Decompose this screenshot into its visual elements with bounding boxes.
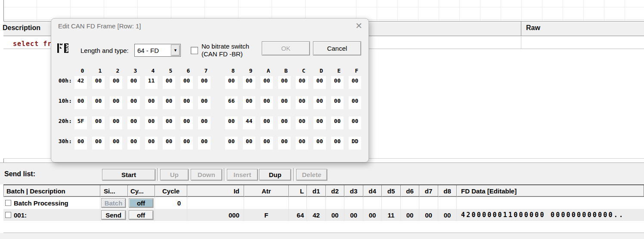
hex-byte-field[interactable]: 00 — [243, 76, 255, 89]
hex-byte-field[interactable]: 00 — [110, 116, 122, 129]
frame-d3-cell[interactable]: 00 — [344, 209, 363, 221]
hex-byte-field[interactable]: 00 — [145, 96, 158, 109]
hex-byte-field[interactable]: 00 — [127, 116, 140, 129]
hex-byte-field[interactable]: 11 — [145, 76, 158, 89]
frame-id-cell[interactable]: 000 — [187, 209, 244, 221]
down-button[interactable]: Down — [191, 169, 222, 181]
hex-byte-field[interactable]: 00 — [180, 76, 193, 89]
hex-byte-field[interactable]: 00 — [180, 96, 193, 109]
hex-byte-field[interactable]: 00 — [278, 96, 291, 109]
hex-byte-field[interactable]: 00 — [163, 137, 175, 150]
ok-button[interactable]: OK — [262, 41, 310, 55]
frame-length-cell[interactable]: 64 — [289, 209, 307, 221]
start-button[interactable]: Start — [102, 169, 155, 181]
hex-byte-field[interactable]: 00 — [225, 116, 238, 129]
hex-byte-field[interactable]: 00 — [349, 76, 361, 89]
hex-byte-field[interactable]: 00 — [163, 76, 175, 89]
hex-byte-field[interactable]: 00 — [331, 137, 344, 150]
header-l[interactable]: L — [289, 185, 307, 196]
frame-row-checkbox[interactable] — [5, 212, 11, 218]
hex-byte-field[interactable]: 00 — [127, 76, 140, 89]
delete-button[interactable]: Delete — [296, 169, 327, 181]
hex-byte-field[interactable]: 00 — [92, 76, 105, 89]
hex-byte-field[interactable]: 00 — [331, 96, 344, 109]
raw-column-header[interactable]: Raw — [526, 24, 540, 32]
hex-byte-field[interactable]: 00 — [92, 116, 105, 129]
hex-byte-field[interactable]: 00 — [110, 137, 122, 150]
header-cy[interactable]: Cy... — [128, 185, 155, 196]
hex-byte-field[interactable]: 00 — [331, 116, 344, 129]
header-d5[interactable]: d5 — [382, 185, 401, 196]
batch-row-cycle-cell[interactable]: 0 — [155, 197, 187, 209]
header-d7[interactable]: d7 — [419, 185, 438, 196]
frame-atr-cell[interactable]: F — [244, 209, 289, 221]
header-id[interactable]: Id — [187, 185, 244, 196]
send-button[interactable]: Send — [101, 210, 126, 220]
header-batch-description[interactable]: Batch | Description — [3, 185, 100, 196]
hex-byte-field[interactable]: 00 — [243, 137, 255, 150]
frame-d7-cell[interactable]: 00 — [419, 209, 438, 221]
header-d1[interactable]: d1 — [307, 185, 326, 196]
no-bitrate-switch-checkbox[interactable] — [191, 47, 198, 54]
hex-byte-field[interactable]: 00 — [74, 137, 87, 150]
frame-d4-cell[interactable]: 00 — [363, 209, 382, 221]
frame-d5-cell[interactable]: 11 — [382, 209, 401, 221]
batch-cycle-toggle-button[interactable]: off — [129, 198, 153, 208]
hex-byte-field[interactable]: 00 — [198, 137, 211, 150]
batch-row-checkbox[interactable] — [5, 200, 11, 206]
header-cycle[interactable]: Cycle — [155, 185, 187, 196]
hex-byte-field[interactable]: 00 — [225, 76, 238, 89]
hex-byte-field[interactable]: 00 — [313, 76, 326, 89]
frame-fd-data-cell[interactable]: 4200000011000000 000000000000.. — [457, 209, 644, 221]
hex-byte-field[interactable]: 00 — [110, 96, 122, 109]
hex-byte-field[interactable]: 00 — [313, 116, 326, 129]
hex-byte-field[interactable]: 00 — [331, 76, 344, 89]
hex-byte-field[interactable]: 00 — [180, 137, 193, 150]
hex-byte-field[interactable]: 00 — [260, 96, 273, 109]
header-fd-data[interactable]: FD Data [Editable] — [457, 185, 644, 196]
hex-byte-field[interactable]: 00 — [313, 96, 326, 109]
insert-button[interactable]: Insert — [227, 169, 258, 181]
header-atr[interactable]: Atr — [244, 185, 289, 196]
hex-byte-field[interactable]: 00 — [74, 96, 87, 109]
up-button[interactable]: Up — [160, 169, 189, 181]
hex-byte-field[interactable]: 00 — [163, 116, 175, 129]
hex-byte-field[interactable]: 00 — [260, 116, 273, 129]
header-d3[interactable]: d3 — [344, 185, 363, 196]
hex-byte-field[interactable]: 00 — [110, 76, 122, 89]
frame-d2-cell[interactable]: 00 — [326, 209, 344, 221]
frame-d8-cell[interactable]: 00 — [438, 209, 457, 221]
hex-byte-field[interactable]: 00 — [296, 76, 308, 89]
description-column-header[interactable]: Description — [3, 24, 40, 32]
hex-byte-field[interactable]: 00 — [145, 116, 158, 129]
hex-byte-field[interactable]: 00 — [278, 76, 291, 89]
hex-byte-field[interactable]: 44 — [243, 116, 255, 129]
hex-byte-field[interactable]: 00 — [180, 116, 193, 129]
frame-cycle-toggle-button[interactable]: off — [129, 210, 153, 220]
hex-byte-field[interactable]: 00 — [92, 96, 105, 109]
close-icon[interactable]: ✕ — [355, 21, 362, 31]
header-d2[interactable]: d2 — [326, 185, 344, 196]
hex-byte-field[interactable]: 00 — [163, 96, 175, 109]
hex-byte-field[interactable]: 00 — [313, 137, 326, 150]
header-d8[interactable]: d8 — [438, 185, 457, 196]
hex-byte-field[interactable]: 00 — [198, 96, 211, 109]
dup-button[interactable]: Dup — [259, 169, 291, 181]
header-d6[interactable]: d6 — [401, 185, 419, 196]
hex-byte-field[interactable]: 00 — [278, 116, 291, 129]
hex-byte-field[interactable]: 00 — [260, 76, 273, 89]
hex-byte-field[interactable]: 00 — [127, 96, 140, 109]
header-si[interactable]: Si... — [100, 185, 128, 196]
hex-byte-field[interactable]: 00 — [198, 76, 211, 89]
hex-byte-field[interactable]: 00 — [296, 116, 308, 129]
length-and-type-dropdown[interactable]: 64 - FD ▼ — [134, 44, 181, 57]
hex-byte-field[interactable]: 5F — [74, 116, 87, 129]
hex-byte-field[interactable]: 00 — [145, 137, 158, 150]
batch-button[interactable]: Batch — [101, 198, 126, 208]
cancel-button[interactable]: Cancel — [313, 41, 361, 55]
chevron-down-icon[interactable]: ▼ — [171, 45, 180, 56]
hex-byte-field[interactable]: 00 — [296, 137, 308, 150]
hex-byte-field[interactable]: 00 — [349, 116, 361, 129]
hex-byte-field[interactable]: 42 — [74, 76, 87, 89]
query-row-text[interactable]: select fr — [13, 40, 52, 48]
